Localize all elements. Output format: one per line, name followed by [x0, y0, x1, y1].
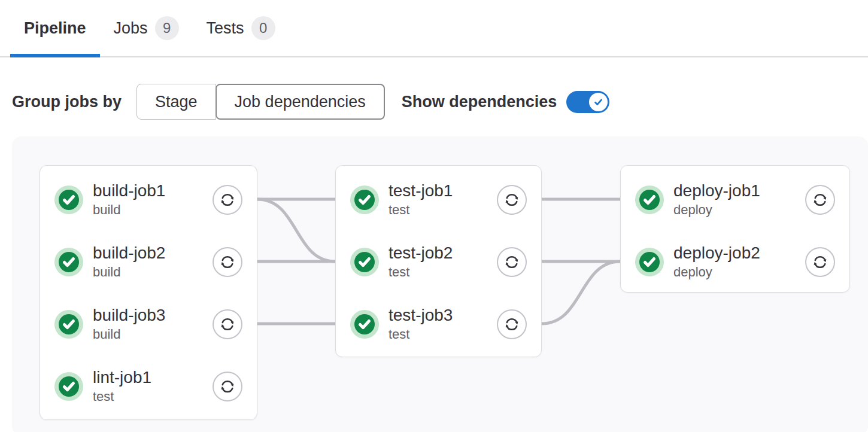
status-success-icon	[635, 185, 664, 214]
retry-icon	[218, 191, 236, 209]
retry-job-button[interactable]	[497, 185, 527, 215]
job-stage-label: test	[93, 389, 213, 404]
job-row-deploy-job1: deploy-job1 deploy	[635, 183, 835, 217]
pipeline-graph-canvas: build-job1 build build-job2 build	[12, 136, 868, 432]
job-row-test-job2: test-job2 test	[350, 245, 527, 279]
job-stage-label: build	[93, 327, 213, 342]
link-build-job1-test-job2	[257, 199, 335, 261]
graph-controls: Group jobs by Stage Job dependencies Sho…	[12, 84, 868, 120]
retry-icon	[503, 253, 521, 271]
job-stage-label: deploy	[673, 202, 805, 218]
tab-pipeline-label: Pipeline	[24, 19, 86, 38]
status-success-icon	[350, 310, 379, 339]
job-row-build-job2: build-job2 build	[54, 245, 242, 279]
job-link[interactable]: test-job2	[389, 244, 497, 263]
retry-job-button[interactable]	[805, 185, 835, 215]
link-test-job3-deploy-job2	[542, 261, 620, 324]
retry-icon	[503, 191, 521, 209]
job-group-card-build: build-job1 build build-job2 build	[40, 165, 257, 420]
tab-tests-label: Tests	[207, 19, 244, 38]
retry-job-button[interactable]	[213, 185, 242, 215]
job-row-deploy-job2: deploy-job2 deploy	[635, 245, 835, 279]
job-link[interactable]: deploy-job1	[673, 182, 805, 200]
job-stage-label: test	[389, 264, 497, 280]
job-stage-label: test	[389, 327, 497, 342]
status-success-icon	[635, 248, 664, 276]
retry-job-button[interactable]	[497, 309, 527, 339]
tab-tests[interactable]: Tests 0	[193, 0, 289, 56]
job-stage-label: build	[93, 202, 213, 218]
job-row-build-job1: build-job1 build	[54, 183, 242, 217]
job-stage-label: test	[389, 202, 497, 218]
status-success-icon	[54, 248, 83, 276]
tab-pipeline[interactable]: Pipeline	[10, 0, 100, 56]
show-dependencies-label: Show dependencies	[402, 93, 557, 111]
pipeline-tab-bar: Pipeline Jobs 9 Tests 0	[0, 0, 868, 57]
job-link[interactable]: build-job1	[93, 182, 213, 200]
retry-job-button[interactable]	[805, 247, 835, 277]
job-link[interactable]: build-job3	[93, 306, 213, 325]
retry-icon	[218, 253, 236, 271]
status-success-icon	[54, 372, 83, 401]
job-row-test-job1: test-job1 test	[350, 183, 527, 217]
show-dependencies-toggle[interactable]	[566, 91, 609, 113]
group-by-stage-button[interactable]: Stage	[136, 84, 216, 120]
pipeline-page: Pipeline Jobs 9 Tests 0 Group jobs by St…	[0, 0, 868, 432]
retry-job-button[interactable]	[213, 372, 242, 401]
tab-jobs[interactable]: Jobs 9	[100, 0, 193, 56]
job-stage-label: deploy	[673, 264, 805, 280]
status-success-icon	[54, 185, 83, 214]
status-success-icon	[54, 310, 83, 339]
job-group-card-deploy: deploy-job1 deploy deploy-job2 deploy	[620, 165, 850, 293]
retry-icon	[503, 315, 521, 333]
toggle-check-icon	[593, 96, 604, 108]
retry-job-button[interactable]	[213, 309, 242, 339]
retry-icon	[218, 378, 236, 396]
group-by-job-dependencies-button[interactable]: Job dependencies	[216, 84, 385, 120]
job-link[interactable]: test-job1	[389, 182, 497, 200]
retry-icon	[218, 315, 236, 333]
job-link[interactable]: deploy-job2	[673, 244, 805, 263]
group-by-segmented-control: Stage Job dependencies	[136, 84, 385, 120]
tab-jobs-label: Jobs	[114, 19, 148, 38]
job-link[interactable]: test-job3	[389, 306, 497, 325]
jobs-count-badge: 9	[155, 16, 179, 40]
job-row-lint-job1: lint-job1 test	[54, 370, 242, 403]
tests-count-badge: 0	[251, 16, 275, 40]
retry-icon	[811, 253, 829, 271]
retry-icon	[811, 191, 829, 209]
group-jobs-by-label: Group jobs by	[12, 93, 122, 111]
status-success-icon	[350, 248, 379, 276]
job-row-test-job3: test-job3 test	[350, 308, 527, 341]
status-success-icon	[350, 185, 379, 214]
job-row-build-job3: build-job3 build	[54, 308, 242, 341]
retry-job-button[interactable]	[497, 247, 527, 277]
toggle-knob	[589, 93, 608, 111]
job-group-card-test: test-job1 test test-job2 test	[335, 165, 542, 357]
job-stage-label: build	[93, 264, 213, 280]
retry-job-button[interactable]	[213, 247, 242, 277]
job-link[interactable]: build-job2	[93, 244, 213, 263]
job-link[interactable]: lint-job1	[93, 369, 213, 387]
